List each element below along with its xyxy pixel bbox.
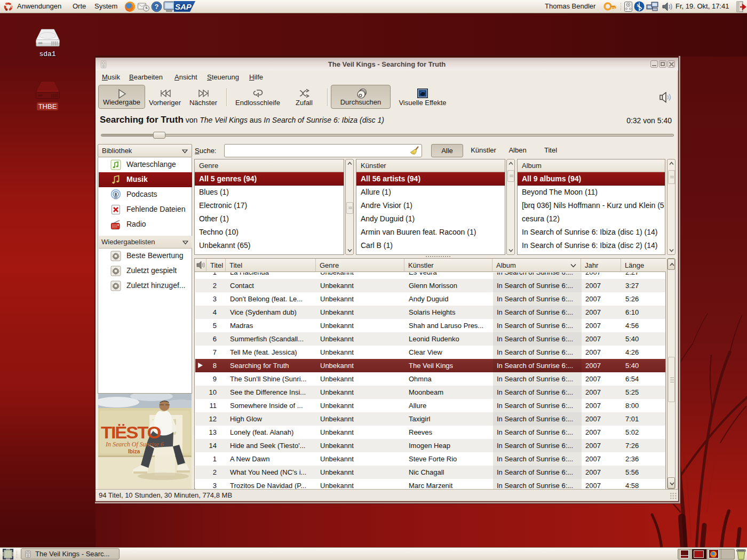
svg-text:Ibiza: Ibiza xyxy=(128,449,140,454)
svg-text:?: ? xyxy=(155,3,159,11)
svg-text:In Search Of Sunrise 6: In Search Of Sunrise 6 xyxy=(105,441,164,448)
svg-text:SAP: SAP xyxy=(175,2,192,11)
svg-text:TIËSTO: TIËSTO xyxy=(101,423,161,442)
